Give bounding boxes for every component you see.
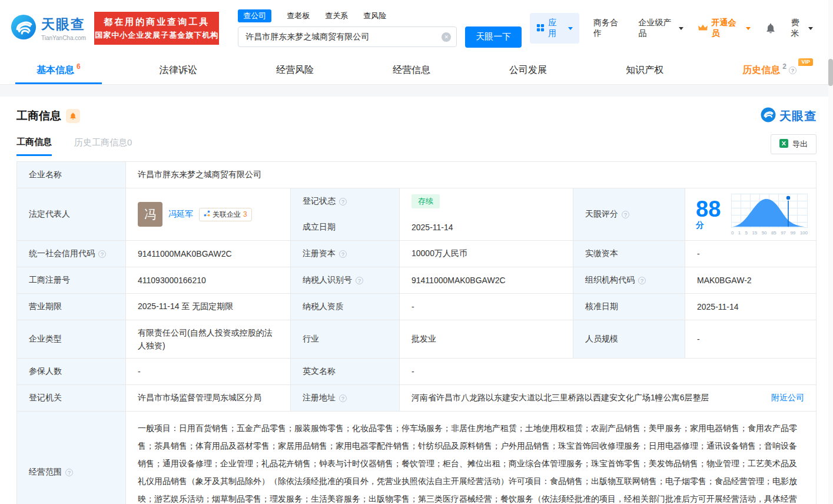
promo-line2: 国家中小企业发展子基金旗下机构 xyxy=(95,30,218,41)
export-button[interactable]: 导出 xyxy=(771,134,817,154)
related-companies-badge[interactable]: 关联企业 3 xyxy=(199,208,252,221)
user-menu[interactable]: 费米 xyxy=(791,18,813,39)
tab-label: 经营信息 xyxy=(393,64,430,77)
field-label: 人员规模 xyxy=(573,320,685,359)
search-tab-relation[interactable]: 查关系 xyxy=(325,11,348,21)
business-info-table: 企业名称 许昌市胖东来梦之城商贸有限公司 法定代表人 冯 冯延军 关联企业 3 … xyxy=(16,161,817,504)
apps-button[interactable]: 应用 xyxy=(530,13,579,44)
help-icon[interactable]: ? xyxy=(98,250,106,258)
section-watermark-logo: 天眼查 xyxy=(761,107,817,125)
paid-capital-value: - xyxy=(685,241,816,267)
scrollbar-thumb[interactable] xyxy=(828,59,833,86)
help-icon[interactable]: ? xyxy=(339,394,347,402)
tab-label: 公司发展 xyxy=(509,64,547,77)
address-value: 河南省许昌市八龙路以东建安大道以北三里桥路以西建安文化广场1幢公寓6层整层 xyxy=(411,393,765,403)
help-icon[interactable]: ? xyxy=(622,211,629,218)
table-row: 法定代表人 冯 冯延军 关联企业 3 登记状态 ? 存续 成立日期 20 xyxy=(17,188,816,241)
tab-legal-lawsuits[interactable]: 法律诉讼 xyxy=(160,57,197,84)
search-tabs: 查公司 查老板 查关系 查风险 xyxy=(238,9,522,22)
field-label: 登记状态 xyxy=(303,196,336,207)
tab-company-development[interactable]: 公司发展 xyxy=(509,57,547,84)
help-icon[interactable]: ? xyxy=(65,469,73,476)
legal-rep-cell: 冯 冯延军 关联企业 3 xyxy=(126,188,291,241)
tab-label: 基本信息 xyxy=(36,64,74,77)
site-name: 天眼查 xyxy=(41,15,86,34)
open-vip-link[interactable]: 开通会员 xyxy=(698,18,751,39)
search-button[interactable]: 天眼一下 xyxy=(465,26,522,48)
tab-operation-risk[interactable]: 经营风险 xyxy=(276,57,314,84)
field-label: 注册资本 xyxy=(303,248,336,259)
org-code-value: MAK0BGAW-2 xyxy=(685,267,816,294)
table-row: 统一社会信用代码 ? 91411000MAK0BGAW2C 注册资本 ? 100… xyxy=(17,241,816,267)
field-label-group: 统一社会信用代码 ? xyxy=(17,241,126,267)
field-label: 统一社会信用代码 xyxy=(29,248,95,259)
reg-no-value: 411093000166210 xyxy=(126,267,291,294)
insured-value: - xyxy=(126,359,291,385)
search-tab-company[interactable]: 查公司 xyxy=(238,9,271,22)
open-vip-label: 开通会员 xyxy=(711,18,741,39)
term-value: 2025-11-14 至 无固定期限 xyxy=(126,294,291,320)
tianyancha-logo-icon xyxy=(761,107,776,125)
field-label: 参保人数 xyxy=(17,359,126,385)
field-label: 英文名称 xyxy=(291,359,400,385)
tab-label: 法律诉讼 xyxy=(160,64,197,77)
table-row: 经营范围 ? 一般项目：日用百货销售；五金产品零售；服装服饰零售；化妆品零售；停… xyxy=(17,412,816,504)
industry-value: 批发业 xyxy=(400,320,573,359)
help-icon[interactable]: ? xyxy=(356,277,363,284)
site-logo[interactable]: 天眼查 TianYanCha.com xyxy=(11,14,86,42)
credit-code-value: 91411000MAK0BGAW2C xyxy=(126,241,291,267)
nearby-companies-link[interactable]: 附近公司 xyxy=(771,393,804,403)
status-badge: 存续 xyxy=(411,194,440,208)
help-icon[interactable]: ? xyxy=(789,67,797,74)
table-row: 企业名称 许昌市胖东来梦之城商贸有限公司 xyxy=(17,162,816,188)
field-label: 成立日期 xyxy=(291,214,400,241)
field-label-group: 注册地址 ? xyxy=(291,385,400,412)
legal-rep-name-link[interactable]: 冯延军 xyxy=(168,209,193,220)
tab-operation-info[interactable]: 经营信息 xyxy=(393,57,430,84)
notification-bell-icon[interactable] xyxy=(765,22,776,34)
tab-count: 2 xyxy=(782,62,786,71)
tab-count: 6 xyxy=(77,62,81,71)
company-tab-bar: 基本信息 6 法律诉讼 经营风险 经营信息 公司发展 知识产权 历史信息 2 ?… xyxy=(0,57,833,85)
chevron-down-icon xyxy=(808,27,813,30)
search-tab-boss[interactable]: 查老板 xyxy=(287,11,310,21)
enterprise-products-link[interactable]: 企业级产品 xyxy=(639,18,684,39)
header-right-nav: 应用 商务合作 企业级产品 开通会员 费米 xyxy=(530,13,822,44)
business-cooperation-link[interactable]: 商务合作 xyxy=(593,18,625,39)
field-label: 纳税人识别号 xyxy=(303,275,352,286)
help-icon[interactable]: ? xyxy=(638,277,646,284)
excel-icon xyxy=(779,139,788,150)
score-unit: 分 xyxy=(696,220,704,230)
subscribe-bell-icon[interactable] xyxy=(66,109,80,123)
tab-label: 经营风险 xyxy=(276,64,314,77)
tab-history-info[interactable]: 历史信息 2 ? VIP xyxy=(742,57,797,84)
tab-basic-info[interactable]: 基本信息 6 xyxy=(36,57,81,84)
company-name-value: 许昌市胖东来梦之城商贸有限公司 xyxy=(126,162,816,188)
related-companies-count: 3 xyxy=(243,210,247,218)
help-icon[interactable]: ? xyxy=(339,250,347,258)
table-row: 参保人数 - 英文名称 - xyxy=(17,359,816,385)
chevron-down-icon xyxy=(568,27,573,30)
subtab-history-business-info[interactable]: 历史工商信息0 xyxy=(74,137,132,155)
authority-value: 许昌市市场监督管理局东城区分局 xyxy=(126,385,291,412)
subtab-business-info[interactable]: 工商信息 xyxy=(16,137,52,156)
table-row: 工商注册号 411093000166210 纳税人识别号 ? 91411000M… xyxy=(17,267,816,294)
help-icon[interactable]: ? xyxy=(339,198,347,205)
section-title: 工商信息 xyxy=(16,108,61,124)
score-value: 88 xyxy=(696,197,721,221)
establish-date-value: 2025-11-14 xyxy=(400,214,573,241)
tab-intellectual-property[interactable]: 知识产权 xyxy=(626,57,663,84)
field-label: 核准日期 xyxy=(573,294,685,320)
relation-graph-icon xyxy=(204,210,210,218)
search-tab-risk[interactable]: 查风险 xyxy=(363,11,386,21)
username: 费米 xyxy=(791,18,806,39)
field-label: 企业名称 xyxy=(17,162,126,188)
english-name-value: - xyxy=(400,359,816,385)
field-label: 组织机构代码 xyxy=(585,275,635,286)
field-label: 纳税人资质 xyxy=(291,294,400,320)
field-label-group: 注册资本 ? xyxy=(291,241,400,267)
field-label-group: 经营范围 ? xyxy=(17,412,126,504)
score-cell: 88分 015 155085 9799100 xyxy=(685,188,816,241)
search-input[interactable] xyxy=(238,26,457,47)
legal-rep-avatar[interactable]: 冯 xyxy=(138,202,162,227)
